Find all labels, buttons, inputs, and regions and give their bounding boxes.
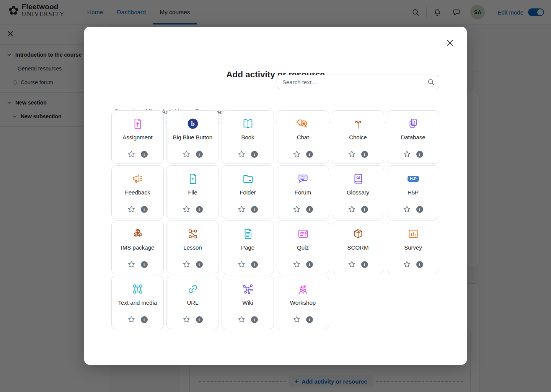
star-icon[interactable] [238,316,245,323]
card-actions: i [348,150,368,158]
star-icon[interactable] [293,206,300,213]
activity-card-assignment[interactable]: Assignmenti [111,110,164,164]
h5p-icon: H-P [407,172,420,185]
info-icon[interactable]: i [361,206,368,213]
activity-card-lesson[interactable]: Lessoni [166,220,219,274]
activity-card-file[interactable]: Filei [166,165,219,219]
activity-card-big-blue-button[interactable]: bBig Blue Buttoni [166,110,219,164]
card-actions: i [238,150,258,158]
star-icon[interactable] [128,261,135,268]
search-icon[interactable] [427,78,435,87]
activity-card-ims-package[interactable]: IMS packagei [111,220,164,274]
info-icon[interactable]: i [306,316,313,323]
card-actions: i [128,206,148,213]
card-actions: i [348,261,368,268]
card-actions: i [238,261,258,268]
card-actions: i [403,150,423,158]
info-icon[interactable]: i [141,261,148,268]
info-icon[interactable]: i [141,151,148,158]
star-icon[interactable] [348,206,355,213]
activity-card-h5p[interactable]: H-PH5Pi [387,165,439,219]
activity-card-text-and-media[interactable]: Text and mediai [111,276,164,329]
info-icon[interactable]: i [251,316,258,323]
activity-card-label: Text and media [118,300,157,306]
info-icon[interactable]: i [361,261,368,268]
activity-card-feedback[interactable]: Feedbacki [111,165,164,219]
info-icon[interactable]: i [251,206,258,213]
activity-card-url[interactable]: URLi [166,276,219,329]
card-actions: i [183,206,203,213]
close-modal-icon[interactable] [445,38,455,47]
star-icon[interactable] [293,261,300,268]
star-icon[interactable] [348,150,355,158]
url-icon [186,283,199,296]
activity-card-label: Forum [295,189,311,196]
info-icon[interactable]: i [196,316,203,323]
star-icon[interactable] [128,150,135,158]
info-icon[interactable]: i [416,151,423,158]
activity-card-survey[interactable]: Surveyi [387,220,439,274]
star-icon[interactable] [403,206,411,213]
card-actions: i [403,261,423,268]
card-actions: i [238,316,258,323]
activity-card-choice[interactable]: Choicei [332,110,384,164]
activity-card-folder[interactable]: Folderi [222,165,274,219]
star-icon[interactable] [238,206,245,213]
card-actions: i [293,206,313,213]
star-icon[interactable] [293,316,300,323]
info-icon[interactable]: i [141,206,148,213]
activity-card-label: Quiz [297,245,309,251]
info-icon[interactable]: i [251,151,258,158]
star-icon[interactable] [128,316,135,323]
text-media-icon [131,283,144,296]
activity-card-page[interactable]: Pagei [222,220,274,274]
activity-card-quiz[interactable]: Quizi [277,220,329,274]
info-icon[interactable]: i [306,151,313,158]
card-actions: i [128,150,148,158]
activity-card-label: Chat [297,134,309,141]
activity-card-label: Glossary [347,189,369,196]
book-icon [241,117,254,130]
info-icon[interactable]: i [196,151,203,158]
star-icon[interactable] [293,150,300,158]
info-icon[interactable]: i [416,261,423,268]
info-icon[interactable]: i [141,316,148,323]
star-icon[interactable] [238,150,245,158]
file-icon [186,172,199,185]
info-icon[interactable]: i [416,206,423,213]
activity-card-forum[interactable]: Forumi [277,165,329,219]
activity-card-label: IMS package [121,245,155,251]
activity-card-chat[interactable]: Chati [277,110,329,164]
activity-card-wiki[interactable]: Wikii [222,276,274,329]
star-icon[interactable] [403,261,411,268]
activity-card-database[interactable]: Databasei [387,110,439,164]
activity-card-scorm[interactable]: SCORMi [332,220,384,274]
activity-card-glossary[interactable]: AZGlossaryi [332,165,384,219]
info-icon[interactable]: i [306,261,313,268]
glossary-icon: AZ [352,172,365,185]
star-icon[interactable] [183,261,190,268]
svg-text:AZ: AZ [356,175,360,178]
info-icon[interactable]: i [196,206,203,213]
chat-icon [297,117,310,130]
search-input[interactable] [277,75,439,89]
star-icon[interactable] [128,206,135,213]
info-icon[interactable]: i [361,151,368,158]
activity-card-label: Database [401,134,425,141]
star-icon[interactable] [183,316,190,323]
info-icon[interactable]: i [196,261,203,268]
wiki-icon [241,283,254,296]
activity-card-workshop[interactable]: Workshopi [277,276,329,329]
star-icon[interactable] [183,150,190,158]
feedback-icon [131,172,144,185]
card-actions: i [403,206,423,213]
star-icon[interactable] [238,261,245,268]
star-icon[interactable] [183,206,190,213]
info-icon[interactable]: i [251,261,258,268]
star-icon[interactable] [348,261,355,268]
modal-search [277,75,439,89]
card-actions: i [293,261,313,268]
info-icon[interactable]: i [306,206,313,213]
activity-card-book[interactable]: Booki [222,110,274,164]
star-icon[interactable] [403,150,411,158]
